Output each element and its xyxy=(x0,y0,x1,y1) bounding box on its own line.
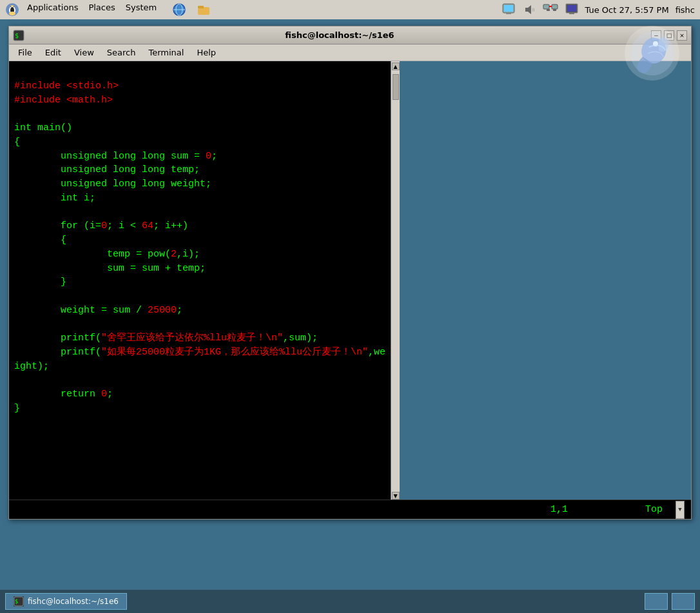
system-bar: Applications Places System )) xyxy=(0,0,700,19)
os-icon xyxy=(5,3,19,17)
network-status-icon xyxy=(543,3,558,17)
taskbar-item[interactable]: $ fishc@localhost:~/s1e6 xyxy=(5,593,127,610)
computer-icon xyxy=(501,3,516,17)
svg-text:)): )) xyxy=(532,7,535,12)
svg-rect-24 xyxy=(569,13,574,14)
title-bar: $ fishc@localhost:~/s1e6 − □ × xyxy=(9,26,691,44)
folder-icon xyxy=(197,3,211,17)
window-title: fishc@localhost:~/s1e6 xyxy=(28,30,651,40)
scrollbar-thumb[interactable] xyxy=(393,74,399,100)
svg-rect-11 xyxy=(198,6,204,8)
svg-rect-13 xyxy=(504,5,513,12)
close-button[interactable]: × xyxy=(677,30,687,41)
terminal-window: $ fishc@localhost:~/s1e6 − □ × File Edit… xyxy=(8,26,692,520)
username: fishc xyxy=(676,5,695,15)
svg-rect-17 xyxy=(543,5,549,9)
terminal-menu-bar: File Edit View Search Terminal Help xyxy=(9,44,691,61)
edit-menu[interactable]: Edit xyxy=(40,46,66,59)
cursor-position: 1,1 xyxy=(15,504,645,515)
terminal-icon: $ xyxy=(13,30,24,41)
svg-marker-15 xyxy=(525,5,531,14)
code-display: #include <stdio.h> #include <math.h> int… xyxy=(14,65,385,496)
svg-rect-20 xyxy=(547,9,550,11)
speaker-icon: )) xyxy=(522,3,536,17)
taskbar-item-label: fishc@localhost:~/s1e6 xyxy=(28,597,119,606)
terminal-menu[interactable]: Terminal xyxy=(143,46,189,59)
taskbar-right xyxy=(645,593,695,610)
applications-menu[interactable]: Applications xyxy=(27,3,78,17)
system-menu-items: Applications Places System xyxy=(27,3,494,17)
taskbar: $ fishc@localhost:~/s1e6 xyxy=(0,590,700,613)
display-icon xyxy=(565,3,579,17)
help-menu[interactable]: Help xyxy=(191,46,221,59)
down-chevron-icon: ▼ xyxy=(678,507,681,513)
search-menu[interactable]: Search xyxy=(102,46,141,59)
svg-text:$: $ xyxy=(15,598,18,605)
system-tray: )) Tue Oct 27, 5:57 PM fishc xyxy=(501,3,695,17)
scrollbar-up-arrow[interactable]: ▲ xyxy=(392,63,400,70)
terminal-content[interactable]: #include <stdio.h> #include <math.h> int… xyxy=(9,61,391,500)
taskbar-terminal-icon: $ xyxy=(14,596,24,607)
svg-rect-18 xyxy=(552,5,558,9)
status-bar: 1,1 Top ▼ xyxy=(9,500,691,519)
view-menu[interactable]: View xyxy=(69,46,99,59)
scroll-position: Top xyxy=(645,504,676,515)
places-menu[interactable]: Places xyxy=(88,3,115,17)
scrollbar[interactable]: ▲ ▼ xyxy=(391,61,400,500)
svg-text:$: $ xyxy=(15,32,19,39)
svg-rect-21 xyxy=(553,9,556,11)
svg-rect-23 xyxy=(567,5,576,12)
bird-logo xyxy=(625,26,679,81)
network-icon xyxy=(172,3,186,17)
bird-icon xyxy=(630,31,675,76)
svg-rect-14 xyxy=(506,13,511,14)
taskbar-right-btn-2[interactable] xyxy=(672,593,695,610)
status-scroll-button[interactable]: ▼ xyxy=(676,501,685,519)
svg-point-6 xyxy=(9,12,15,15)
file-menu[interactable]: File xyxy=(13,46,37,59)
taskbar-right-btn-1[interactable] xyxy=(645,593,668,610)
system-menu[interactable]: System xyxy=(126,3,157,17)
scrollbar-down-arrow[interactable]: ▼ xyxy=(392,492,400,500)
clock: Tue Oct 27, 5:57 PM xyxy=(585,5,669,15)
